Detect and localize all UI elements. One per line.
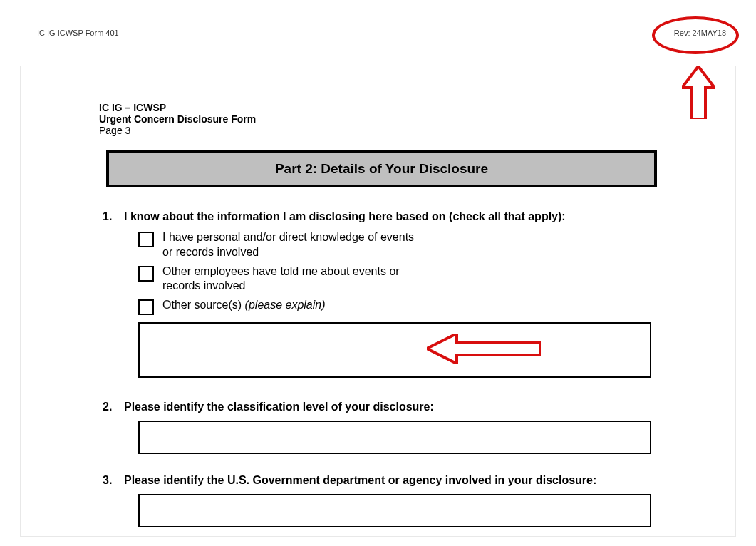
form-id-label: IC IG ICWSP Form 401 — [37, 29, 119, 37]
q1-option-2-label: Other employees have told me about event… — [162, 264, 419, 294]
part-title-box: Part 2: Details of Your Disclosure — [106, 150, 657, 187]
doc-title: Urgent Concern Disclosure Form — [99, 113, 735, 125]
q1-option-3-row: Other source(s) (please explain) — [138, 298, 657, 315]
checkbox-q1-opt1[interactable] — [138, 232, 154, 247]
page-body: IC IG – ICWSP Urgent Concern Disclosure … — [20, 66, 736, 537]
checkbox-q1-opt2[interactable] — [138, 266, 154, 282]
question-3: 3. Please identify the U.S. Government d… — [103, 474, 657, 527]
part-title: Part 2: Details of Your Disclosure — [275, 161, 488, 176]
doc-page: Page 3 — [99, 125, 735, 136]
q1-text: I know about the information I am disclo… — [124, 210, 566, 223]
checkbox-q1-opt3[interactable] — [138, 299, 154, 315]
q2-number: 2. — [103, 401, 117, 413]
q3-textbox[interactable] — [138, 494, 651, 527]
doc-org: IC IG – ICWSP — [99, 102, 735, 113]
q2-textbox[interactable] — [138, 421, 651, 454]
q1-option-1-label: I have personal and/or direct knowledge … — [162, 230, 419, 260]
q1-explanation-textbox[interactable] — [138, 322, 651, 378]
q1-option-3-label: Other source(s) (please explain) — [162, 298, 326, 313]
q1-number: 1. — [103, 210, 117, 223]
q3-text: Please identify the U.S. Government depa… — [124, 474, 596, 487]
q1-checkbox-group: I have personal and/or direct knowledge … — [138, 230, 657, 315]
question-1: 1. I know about the information I am dis… — [103, 210, 657, 378]
q1-option-2-row: Other employees have told me about event… — [138, 264, 657, 294]
q1-option-1-row: I have personal and/or direct knowledge … — [138, 230, 657, 260]
q2-text: Please identify the classification level… — [124, 401, 434, 413]
question-2: 2. Please identify the classification le… — [103, 401, 657, 454]
q3-number: 3. — [103, 474, 117, 487]
top-header: IC IG ICWSP Form 401 Rev: 24MAY18 — [0, 0, 756, 51]
document-header: IC IG – ICWSP Urgent Concern Disclosure … — [99, 102, 735, 136]
revision-label: Rev: 24MAY18 — [674, 29, 726, 37]
